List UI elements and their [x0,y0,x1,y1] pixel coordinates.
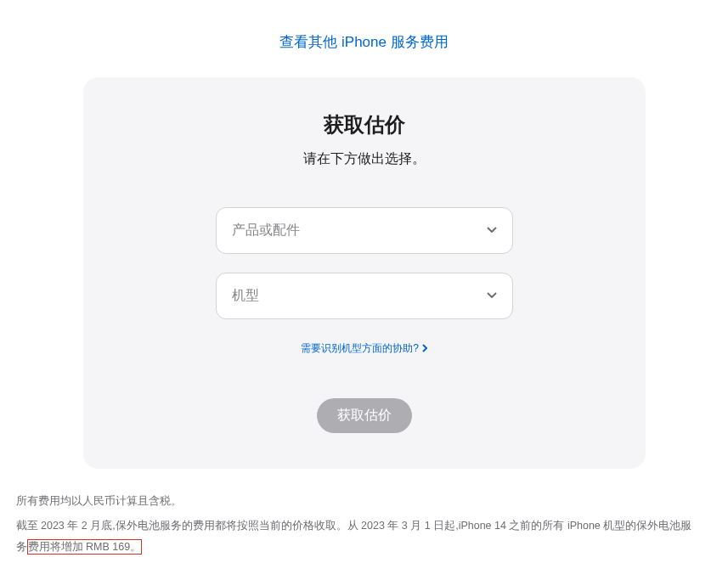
identify-model-help-link[interactable]: 需要识别机型方面的协助? [301,341,427,356]
estimate-card: 获取估价 请在下方做出选择。 产品或配件 机型 需要识别机型方面的协助? 获取估… [83,77,646,469]
card-subtitle: 请在下方做出选择。 [109,150,620,168]
other-iphone-fees-link[interactable]: 查看其他 iPhone 服务费用 [279,34,448,50]
model-select-placeholder: 机型 [232,287,487,305]
model-select[interactable]: 机型 [216,273,513,319]
top-link-wrapper: 查看其他 iPhone 服务费用 [0,0,728,77]
product-select[interactable]: 产品或配件 [216,207,513,254]
get-estimate-button[interactable]: 获取估价 [317,398,412,433]
chevron-right-icon [422,343,427,355]
product-select-placeholder: 产品或配件 [232,222,487,239]
chevron-down-icon [487,226,497,236]
product-select-wrapper: 产品或配件 [216,207,513,254]
highlighted-text: 费用将增加 RMB 169。 [27,539,143,555]
help-link-label: 需要识别机型方面的协助? [301,341,419,356]
model-select-wrapper: 机型 [216,273,513,319]
button-row: 获取估价 [109,398,620,433]
footnote-line1: 所有费用均以人民币计算且含税。 [16,491,713,512]
chevron-down-icon [487,291,497,301]
footnote: 所有费用均以人民币计算且含税。 截至 2023 年 2 月底,保外电池服务的费用… [11,491,718,558]
footnote-line2: 截至 2023 年 2 月底,保外电池服务的费用都将按照当前的价格收取。从 20… [16,515,713,558]
card-title: 获取估价 [109,111,620,138]
